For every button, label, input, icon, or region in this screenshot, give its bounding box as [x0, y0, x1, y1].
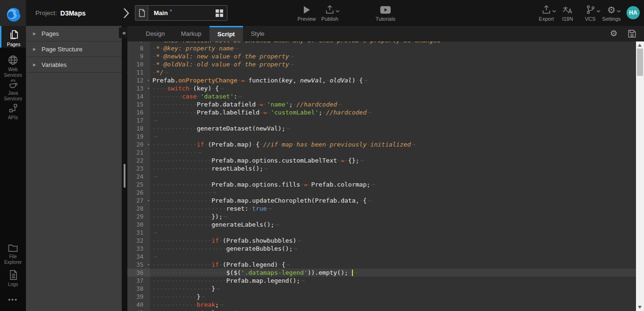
code-line-34[interactable]: 34¬ — [127, 253, 636, 261]
code-line-24[interactable]: 24¬ — [127, 172, 636, 180]
chevron-down-icon — [335, 10, 340, 13]
code-line-23[interactable]: 23················resetLabels();¬ — [127, 164, 636, 172]
globe-icon — [8, 55, 18, 67]
code-line-25[interactable]: 25················Prefab.map.options.fil… — [127, 180, 636, 188]
tab-design[interactable]: Design — [138, 26, 173, 41]
panel-section-page-structure[interactable]: ▶Page Structure — [26, 41, 122, 57]
tab-style[interactable]: Style — [243, 26, 273, 41]
script-settings-gear-icon[interactable]: ⚙ — [610, 29, 618, 38]
code-line-32[interactable]: 32················if·(Prefab.showbubbles… — [127, 237, 636, 245]
publish-button[interactable]: Publish — [315, 4, 344, 22]
code-line-9[interactable]: 9·*·@newVal:·new·value·of·the·property¬ — [127, 52, 636, 60]
line-number: 14 — [127, 92, 150, 100]
chevron-right-icon — [123, 8, 130, 19]
pages-icon — [8, 30, 19, 42]
tutorials-button[interactable]: Tutorials — [371, 4, 400, 22]
code-line-26[interactable]: 26················¬ — [127, 188, 636, 196]
panel-section-pages[interactable]: ▶Pages — [26, 26, 122, 41]
line-number: 13▾ — [127, 84, 150, 92]
tab-markup[interactable]: Markup — [173, 26, 209, 41]
fold-arrow-icon[interactable]: ▾ — [147, 261, 150, 269]
code-line-19[interactable]: 19¬ — [127, 132, 636, 140]
fold-arrow-icon[interactable]: ▾ — [147, 196, 150, 205]
code-line-21[interactable]: 21············¬ — [127, 148, 636, 156]
code-line-27[interactable]: 27▾················Prefab.map.updateChor… — [127, 196, 636, 205]
sidebar-item-label: Java — [8, 90, 18, 96]
code-line-37[interactable]: 37····················Prefab.map.legend(… — [127, 277, 636, 285]
sidebar-more-button[interactable]: ••• — [0, 296, 26, 303]
sidebar-item-apis[interactable]: APIs — [0, 100, 26, 122]
app-logo[interactable] — [0, 0, 26, 26]
code-line-35[interactable]: 35▾················if·(Prefab.legend)·{¬ — [127, 261, 636, 269]
scroll-up-arrow[interactable] — [638, 44, 642, 47]
gear-icon: ⚙ — [607, 4, 616, 15]
code-line-36[interactable]: 36····················$($('.datamaps-leg… — [127, 269, 636, 277]
tab-script[interactable]: Script — [209, 26, 243, 41]
fold-arrow-icon[interactable]: ▾ — [147, 84, 150, 92]
save-icon[interactable] — [627, 29, 636, 38]
code-line-22[interactable]: 22················Prefab.map.options.cus… — [127, 156, 636, 164]
pages-panel: ▶Pages▶Page Structure▶Variables — [26, 26, 122, 311]
api-nodes-icon — [8, 103, 18, 115]
code-line-29[interactable]: 29················});¬ — [127, 213, 636, 221]
code-line-8[interactable]: 8·*·@key:·property·name¬ — [127, 44, 636, 52]
sidebar-item-file-explorer[interactable]: FileExplorer — [0, 240, 26, 265]
code-line-12[interactable]: 12▾Prefab.onPropertyChange·=·function(ke… — [127, 76, 636, 84]
code-line-15[interactable]: 15············Prefab.datafield·=·'name';… — [127, 100, 636, 108]
project-breadcrumb: Project: D3Maps — [35, 0, 85, 26]
sidebar-item-java-services[interactable]: JavaServices — [0, 75, 26, 100]
line-number: 37 — [127, 277, 150, 285]
sidebar-item-web-services[interactable]: WebServices — [0, 52, 26, 76]
settings-button[interactable]: ⚙ Settings — [597, 4, 626, 22]
script-code-editor[interactable]: 7·*·this·function·will·be·invoked·when·a… — [127, 41, 636, 311]
expand-arrow-icon[interactable]: ▶ — [33, 63, 39, 67]
sidebar-item-label: Pages — [7, 42, 20, 48]
code-line-31[interactable]: 31¬ — [127, 229, 636, 237]
line-number: 36 — [127, 269, 150, 277]
editor-toolbar: DesignMarkupScriptStyle ⚙ — [127, 26, 644, 41]
fold-arrow-icon[interactable]: ▾ — [147, 76, 150, 84]
line-number: 31 — [127, 229, 150, 237]
tab-name: Main — [154, 9, 168, 16]
code-line-11[interactable]: 11·*/¬ — [127, 68, 636, 76]
expand-arrow-icon[interactable]: ▶ — [33, 47, 39, 51]
code-line-30[interactable]: 30················generateLabels();¬ — [127, 221, 636, 229]
code-line-41[interactable]: 41········case·'colormap':¬ — [127, 309, 636, 311]
panel-section-variables[interactable]: ▶Variables — [26, 57, 122, 73]
user-avatar[interactable]: HA — [627, 6, 640, 19]
sidebar-item-label: APIs — [8, 115, 18, 121]
sidebar-item-logs[interactable]: Logs — [0, 267, 26, 288]
code-line-33[interactable]: 33····················generateBubbles();… — [127, 245, 636, 253]
code-line-40[interactable]: 40············break;¬ — [127, 301, 636, 309]
editor-vertical-scrollbar[interactable] — [636, 41, 644, 311]
line-number: 33 — [127, 245, 150, 253]
line-number: 26 — [127, 188, 150, 196]
code-line-16[interactable]: 16············Prefab.labelfield·=·'custo… — [127, 108, 636, 116]
page-doc-icon[interactable] — [135, 6, 148, 20]
open-page-tab[interactable]: Main * — [135, 5, 227, 21]
translate-icon — [562, 4, 573, 15]
code-line-17[interactable]: 17¬ — [127, 116, 636, 124]
scroll-down-arrow[interactable] — [638, 306, 642, 309]
line-number: 29 — [127, 213, 150, 221]
code-line-28[interactable]: 28····················reset:·true¬ — [127, 205, 636, 213]
wavemaker-logo-icon — [5, 5, 22, 22]
sidebar-item-pages[interactable]: Pages — [0, 26, 26, 48]
code-line-18[interactable]: 18············generateDataset(newVal);¬ — [127, 124, 636, 132]
fold-arrow-icon[interactable]: ▾ — [147, 140, 150, 148]
scrollbar-thumb[interactable] — [637, 49, 643, 76]
line-number: 24 — [127, 172, 150, 180]
line-number: 21 — [127, 148, 150, 156]
panel-scrollbar-thumb[interactable] — [124, 164, 125, 188]
expand-arrow-icon[interactable]: ▶ — [33, 32, 39, 36]
code-line-38[interactable]: 38················}¬ — [127, 285, 636, 293]
line-number: 35▾ — [127, 261, 150, 269]
code-line-39[interactable]: 39············}¬ — [127, 293, 636, 301]
code-line-20[interactable]: 20▾············if·(Prefab.map)·{·//if·ma… — [127, 140, 636, 148]
code-line-10[interactable]: 10·*·@oldVal:·old·value·of·the·property¬ — [127, 60, 636, 68]
code-line-14[interactable]: 14········case·'dataset':¬ — [127, 92, 636, 100]
pages-grid-icon[interactable] — [216, 9, 223, 17]
top-bar: Project: D3Maps Main * Preview — [0, 0, 644, 26]
line-number: 32 — [127, 237, 150, 245]
code-line-13[interactable]: 13▾····switch·(key)·{¬ — [127, 84, 636, 92]
